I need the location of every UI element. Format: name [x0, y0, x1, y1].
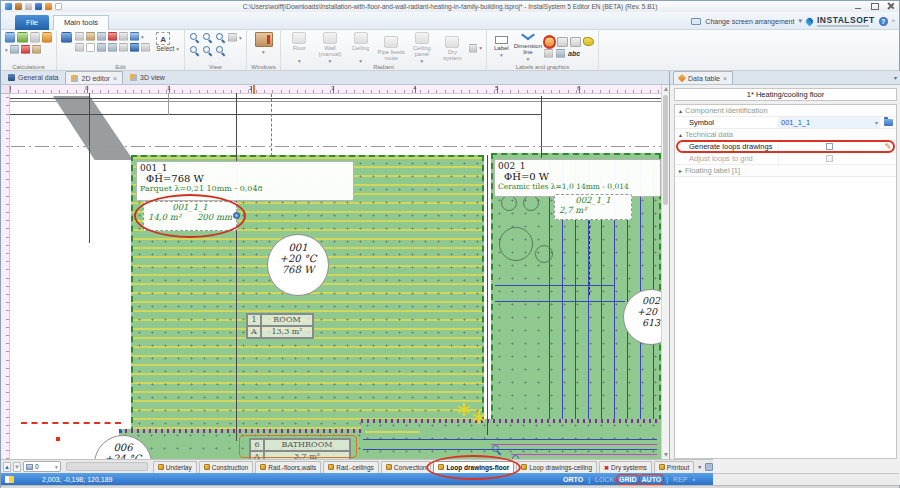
windows-building-icon[interactable]: [255, 32, 273, 47]
chevron-down-icon[interactable]: ▾: [798, 17, 802, 25]
floor-up-button[interactable]: ▲: [3, 462, 11, 472]
radiant-extra-icon[interactable]: [469, 44, 477, 53]
new-document-icon[interactable]: [55, 3, 62, 10]
freehand-icon[interactable]: [583, 37, 594, 46]
radiant-caret-icon[interactable]: ▾: [479, 45, 482, 51]
mode-orto[interactable]: ORTO: [563, 476, 583, 483]
save-icon[interactable]: [35, 3, 42, 10]
package-icon[interactable]: [45, 3, 52, 10]
section-expand-icon[interactable]: ▴: [679, 108, 682, 114]
copy-icon[interactable]: [75, 32, 84, 41]
canvas-vertical-scrollbar[interactable]: [661, 85, 669, 459]
ceiling-panel-button[interactable]: Ceiling panel▾: [408, 32, 437, 64]
zoom-fit-icon[interactable]: [189, 45, 200, 56]
symbol-value-field[interactable]: 001_1_1 ▾: [779, 117, 880, 128]
scroll-down-icon[interactable]: [664, 453, 668, 457]
scroll-up-icon[interactable]: [664, 87, 668, 91]
mode-more-icon[interactable]: ▪: [693, 476, 695, 483]
mode-grid[interactable]: GRID: [619, 476, 637, 483]
redo-icon[interactable]: [25, 3, 32, 10]
mirror-icon[interactable]: [86, 43, 95, 52]
zoom-out-icon[interactable]: [202, 32, 213, 43]
loop-002-label[interactable]: 002_1_1 2,7 m²: [554, 194, 632, 220]
grip-point[interactable]: [56, 437, 60, 441]
select-caret-icon[interactable]: ▾: [176, 46, 179, 52]
small-table-icon[interactable]: [544, 49, 553, 58]
calculations-icon[interactable]: [5, 32, 15, 43]
results-icon[interactable]: [17, 32, 27, 43]
help-icon[interactable]: ?: [879, 17, 888, 26]
mode-auto[interactable]: AUTO: [642, 476, 662, 483]
offset-icon[interactable]: [97, 43, 106, 52]
tab-close-icon[interactable]: ×: [113, 75, 117, 82]
corridor-pipes-strip[interactable]: [361, 419, 661, 459]
list-icon[interactable]: [141, 43, 150, 52]
layer-tab-construction[interactable]: Construction: [199, 461, 254, 473]
layer-tab-dry-systems[interactable]: ✖Dry systems: [599, 461, 652, 473]
rotate-icon[interactable]: [75, 43, 84, 52]
calc-more-caret-icon[interactable]: ▾: [5, 47, 8, 53]
grip-point[interactable]: [119, 430, 122, 433]
connections-icon[interactable]: [10, 45, 19, 54]
room-001-table[interactable]: 1 ROOM A 13,3 m²: [246, 313, 314, 339]
zoom-window-icon[interactable]: [215, 32, 226, 43]
view-caret-icon[interactable]: ▾: [239, 35, 242, 41]
screen-arrangement-button[interactable]: Change screen arrangement: [705, 18, 794, 25]
mode-rep[interactable]: REP: [673, 476, 687, 483]
generate-loops-checkbox[interactable]: [826, 143, 833, 150]
array-icon[interactable]: [119, 43, 128, 52]
layer-tab-convection[interactable]: Convection: [381, 461, 432, 473]
close-button[interactable]: [885, 2, 896, 10]
tab-main-tools[interactable]: Main tools: [53, 15, 109, 30]
canvas-horizontal-scrollbar[interactable]: [66, 462, 148, 471]
label-button[interactable]: Label ▾: [491, 36, 512, 58]
bindings-icon[interactable]: [21, 45, 30, 54]
floor-plan[interactable]: 001_1 ΦH=768 W Parquet λ=0,21 10mm - 0,0…: [1, 85, 661, 459]
loop-001-label[interactable]: 001_1_1 14,0 m² 200 mm: [143, 201, 237, 231]
layer-list-caret-icon[interactable]: ▾: [698, 463, 701, 470]
tab-2d-editor[interactable]: 2D editor ×: [65, 71, 123, 84]
zoom-in-icon[interactable]: [189, 32, 200, 43]
table-alt-icon[interactable]: [570, 37, 581, 47]
undo-icon[interactable]: [15, 3, 22, 10]
section-collapsed-icon[interactable]: ▸: [679, 168, 682, 174]
dry-system-plate-button[interactable]: Dry system plate: [438, 36, 467, 61]
room-001-badge[interactable]: 001 +20 °C 768 W: [267, 234, 329, 296]
layer-tab-loop-drawings-floor[interactable]: Loop drawings-floor: [433, 461, 514, 473]
storey-selector[interactable]: 0 ▾: [23, 461, 61, 472]
section-floating-label[interactable]: ▸Floating label [1]: [675, 165, 896, 177]
section-technical-data[interactable]: ▴Technical data: [675, 129, 896, 141]
panel-menu-caret-icon[interactable]: ▾: [894, 74, 897, 81]
layer-tab-underlay[interactable]: Underlay: [153, 461, 197, 473]
minimize-button[interactable]: [853, 2, 864, 10]
room-002-label[interactable]: 002_1 ΦH=0 W Ceramic tiles λ=1,0 14mm - …: [494, 159, 661, 197]
layer-tab-rad-floors-walls[interactable]: Rad.-floors,walls: [255, 461, 321, 473]
report-icon[interactable]: [32, 45, 41, 54]
windows-caret-icon[interactable]: ▾: [262, 49, 265, 55]
pan-icon[interactable]: [215, 45, 226, 56]
grid-settings-icon[interactable]: [228, 33, 237, 42]
label-handle-icon[interactable]: [233, 212, 240, 219]
edit-pencil-icon[interactable]: ✎: [880, 142, 896, 151]
section-component-identification[interactable]: ▴Component identification: [675, 105, 896, 117]
drawing-canvas[interactable]: 0 1 2 3 4 5 6: [1, 85, 661, 459]
maximize-button[interactable]: [869, 2, 880, 10]
dimension-line-button[interactable]: Dimension line ▾: [514, 32, 542, 62]
symbol-browse-icon[interactable]: [884, 119, 893, 126]
panel-close-icon[interactable]: ×: [723, 75, 727, 82]
mode-lock[interactable]: LOCK: [595, 476, 614, 483]
text-style-button[interactable]: abc: [568, 50, 580, 57]
room-001-label[interactable]: 001_1 ΦH=768 W Parquet λ=0,21 10mm - 0,0…: [136, 161, 354, 201]
wall-manual-button[interactable]: Wall (manual)▾: [316, 32, 345, 64]
section-expand-icon[interactable]: ▴: [679, 132, 682, 138]
file-menu-button[interactable]: File: [15, 15, 49, 30]
table-icon[interactable]: [557, 37, 568, 47]
small-grid-icon[interactable]: [556, 49, 565, 58]
layer-tab-rad-ceilings[interactable]: Rad.-ceilings: [323, 461, 379, 473]
ceiling-button[interactable]: Ceiling▾: [346, 32, 375, 64]
tab-general-data[interactable]: General data: [3, 71, 63, 84]
scrollbar-thumb[interactable]: [663, 95, 668, 205]
format-icon[interactable]: [130, 32, 139, 41]
cut-icon[interactable]: [97, 32, 106, 41]
move-icon[interactable]: [130, 43, 139, 52]
